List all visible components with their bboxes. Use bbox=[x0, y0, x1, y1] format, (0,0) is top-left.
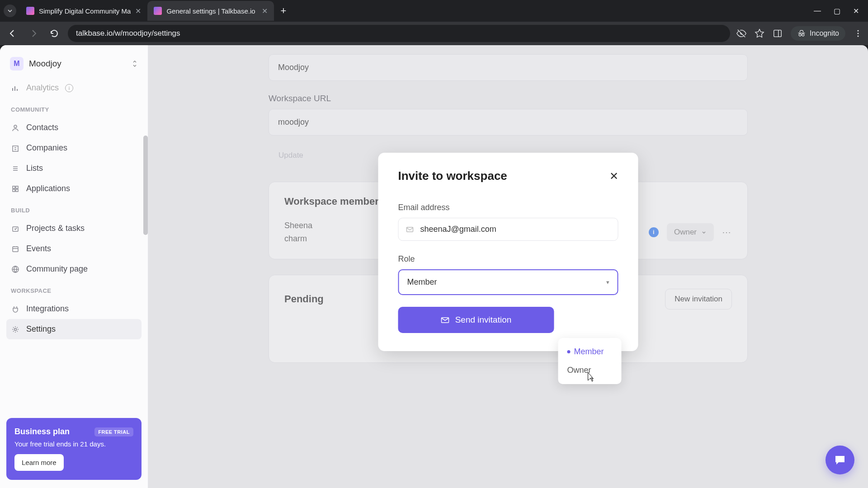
maximize-icon[interactable]: ▢ bbox=[834, 7, 840, 15]
window-controls: — ▢ ✕ bbox=[814, 7, 864, 15]
svg-point-5 bbox=[14, 125, 17, 128]
integrations-icon bbox=[11, 305, 20, 314]
sidebar-item-integrations[interactable]: Integrations bbox=[6, 299, 142, 319]
sidebar-section-community: COMMUNITY bbox=[6, 98, 142, 117]
bookmark-star-icon[interactable] bbox=[755, 28, 764, 38]
workspace-name: Moodjoy bbox=[29, 59, 126, 69]
events-icon bbox=[11, 244, 20, 253]
role-select[interactable]: Member ▾ bbox=[398, 269, 618, 295]
svg-rect-15 bbox=[407, 227, 413, 232]
mail-icon bbox=[406, 225, 414, 234]
sidebar-item-lists[interactable]: Lists bbox=[6, 158, 142, 178]
sidebar-item-projects[interactable]: Projects & tasks bbox=[6, 218, 142, 239]
invite-modal: Invite to workspace ✕ Email address Role… bbox=[378, 153, 638, 351]
promo-title: Business plan bbox=[14, 427, 70, 436]
sidebar-item-contacts[interactable]: Contacts bbox=[6, 117, 142, 138]
workspace-switcher[interactable]: M Moodjoy bbox=[6, 53, 142, 74]
browser-tab[interactable]: Simplify Digital Community Ma ✕ bbox=[20, 1, 147, 21]
chevron-updown-icon bbox=[132, 60, 138, 68]
sidebar-item-analytics[interactable]: Analytics i bbox=[6, 78, 142, 98]
svg-rect-8 bbox=[16, 186, 18, 188]
close-window-icon[interactable]: ✕ bbox=[853, 7, 859, 15]
svg-point-2 bbox=[858, 30, 859, 32]
back-button[interactable] bbox=[5, 26, 20, 41]
tab-title: General settings | Talkbase.io bbox=[166, 7, 257, 15]
email-input[interactable] bbox=[420, 225, 611, 234]
browser-tab-strip: Simplify Digital Community Ma ✕ General … bbox=[0, 0, 868, 22]
forward-button[interactable] bbox=[26, 26, 41, 41]
sidebar-section-build: BUILD bbox=[6, 199, 142, 218]
chat-icon bbox=[833, 453, 847, 467]
contacts-icon bbox=[11, 123, 20, 132]
info-badge-icon: i bbox=[65, 84, 73, 92]
selected-dot-icon bbox=[567, 350, 571, 353]
side-panel-icon[interactable] bbox=[773, 28, 783, 38]
chevron-down-icon: ▾ bbox=[606, 279, 609, 286]
svg-rect-7 bbox=[13, 186, 15, 188]
minimize-icon[interactable]: — bbox=[814, 7, 821, 15]
browser-menu-icon[interactable] bbox=[854, 29, 863, 38]
favicon-icon bbox=[26, 7, 34, 15]
app-root: M Moodjoy Analytics i COMMUNITY Contacts… bbox=[0, 45, 868, 488]
sidebar-item-applications[interactable]: Applications bbox=[6, 178, 142, 199]
incognito-badge[interactable]: Incognito bbox=[791, 26, 845, 41]
role-label: Role bbox=[398, 254, 618, 264]
role-option-member[interactable]: Member bbox=[561, 343, 619, 361]
gear-icon bbox=[11, 325, 20, 334]
promo-badge: FREE TRIAL bbox=[94, 427, 133, 436]
close-tab-icon[interactable]: ✕ bbox=[262, 7, 268, 15]
svg-rect-0 bbox=[774, 30, 782, 37]
svg-point-4 bbox=[858, 36, 859, 37]
url-text: talkbase.io/w/moodjoy/settings bbox=[76, 29, 180, 38]
browser-tab-active[interactable]: General settings | Talkbase.io ✕ bbox=[147, 1, 274, 21]
tab-search-button[interactable] bbox=[4, 5, 16, 17]
svg-rect-9 bbox=[13, 189, 15, 192]
close-modal-button[interactable]: ✕ bbox=[609, 170, 618, 183]
sidebar-item-settings[interactable]: Settings bbox=[6, 319, 142, 339]
learn-more-button[interactable]: Learn more bbox=[14, 454, 64, 471]
svg-rect-12 bbox=[13, 247, 18, 252]
sidebar-item-events[interactable]: Events bbox=[6, 239, 142, 259]
projects-icon bbox=[11, 224, 20, 233]
workspace-avatar: M bbox=[10, 57, 24, 70]
svg-rect-10 bbox=[16, 189, 18, 192]
promo-text: Your free trial ends in 21 days. bbox=[14, 440, 133, 448]
new-tab-button[interactable]: + bbox=[274, 5, 292, 17]
address-bar: talkbase.io/w/moodjoy/settings Incognito bbox=[0, 22, 868, 45]
close-tab-icon[interactable]: ✕ bbox=[135, 7, 141, 15]
companies-icon bbox=[11, 144, 20, 153]
sidebar-section-workspace: WORKSPACE bbox=[6, 279, 142, 299]
modal-title: Invite to workspace bbox=[398, 169, 507, 183]
sidebar-item-companies[interactable]: Companies bbox=[6, 138, 142, 158]
mail-send-icon bbox=[441, 315, 450, 324]
sidebar: M Moodjoy Analytics i COMMUNITY Contacts… bbox=[0, 45, 148, 488]
globe-icon bbox=[11, 265, 20, 274]
role-option-owner[interactable]: Owner bbox=[561, 361, 619, 380]
favicon-icon bbox=[154, 7, 162, 15]
svg-rect-6 bbox=[13, 146, 18, 151]
promo-card: Business plan FREE TRIAL Your free trial… bbox=[6, 418, 142, 480]
main-content: Workspace URL Update Workspace members S… bbox=[148, 45, 868, 488]
scrollbar-thumb[interactable] bbox=[143, 136, 148, 235]
tab-title: Simplify Digital Community Ma bbox=[39, 7, 131, 15]
reload-button[interactable] bbox=[47, 26, 61, 41]
applications-icon bbox=[11, 184, 20, 193]
email-input-wrapper[interactable] bbox=[398, 218, 618, 241]
analytics-icon bbox=[11, 84, 20, 93]
incognito-icon bbox=[797, 29, 806, 38]
role-dropdown: Member Owner bbox=[558, 338, 622, 384]
send-invitation-button[interactable]: Send invitation bbox=[398, 307, 554, 333]
lists-icon bbox=[11, 164, 20, 173]
sidebar-item-community-page[interactable]: Community page bbox=[6, 259, 142, 279]
svg-point-14 bbox=[14, 328, 17, 330]
chat-fab-button[interactable] bbox=[826, 446, 854, 474]
url-input[interactable]: talkbase.io/w/moodjoy/settings bbox=[68, 25, 730, 42]
eye-off-icon[interactable] bbox=[736, 28, 746, 38]
email-label: Email address bbox=[398, 203, 618, 212]
svg-point-3 bbox=[858, 33, 859, 34]
